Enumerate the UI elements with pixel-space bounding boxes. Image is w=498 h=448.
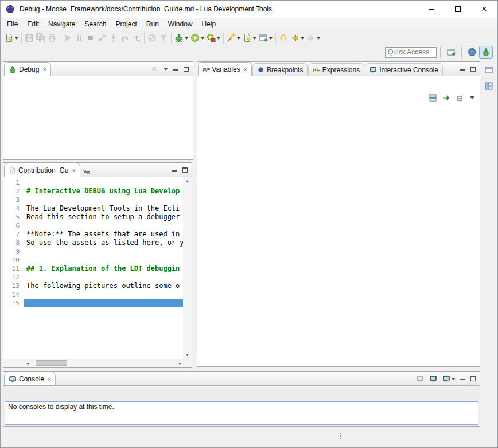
debug-view-menu-icon[interactable] — [164, 68, 168, 73]
sash-grip[interactable] — [340, 433, 341, 439]
variables-view: (x)= Variables × Breakpoints (x)= Expres… — [197, 61, 480, 367]
minimized-view-button[interactable] — [483, 80, 495, 92]
forward-button[interactable] — [305, 31, 321, 45]
new-lua-wizard-button[interactable] — [242, 31, 258, 45]
last-edit-location-button[interactable] — [278, 31, 289, 45]
scroll-left-icon[interactable]: ◂ — [26, 361, 29, 366]
open-perspective-button[interactable] — [444, 46, 458, 59]
debug-view-content[interactable] — [3, 76, 193, 159]
pin-console-icon[interactable] — [416, 375, 424, 383]
tab-contribution-guide-close-icon[interactable]: × — [72, 167, 75, 174]
debug-perspective-button[interactable] — [479, 46, 493, 59]
tab-expressions[interactable]: (x)= Expressions — [308, 63, 364, 76]
app-icon — [6, 5, 15, 14]
tab-variables-close-icon[interactable]: × — [244, 66, 247, 73]
window-controls: × — [418, 1, 497, 18]
print-button[interactable] — [46, 31, 58, 45]
tab-console-close-icon[interactable]: × — [48, 376, 51, 383]
tab-expressions-label: Expressions — [322, 66, 360, 74]
step-over-button[interactable] — [119, 31, 131, 45]
run-icon — [190, 33, 200, 42]
terminate-button[interactable] — [85, 31, 96, 45]
variables-view-content[interactable] — [197, 76, 480, 366]
editor-minimize-icon[interactable] — [172, 168, 177, 172]
step-return-button[interactable] — [131, 31, 142, 45]
tab-console[interactable]: Console × — [4, 372, 56, 385]
skip-all-breakpoints-button[interactable] — [146, 31, 158, 45]
step-into-button[interactable] — [108, 31, 119, 45]
run-button[interactable] — [189, 31, 205, 45]
back-button[interactable] — [289, 31, 305, 45]
variables-view-menu-icon[interactable] — [470, 96, 474, 102]
restore-minimized-view-button[interactable] — [483, 64, 495, 76]
hidden-editors-indicator[interactable]: »5 — [80, 167, 93, 177]
save-button[interactable] — [24, 31, 35, 45]
line-number: 14 — [3, 290, 24, 299]
scroll-up-icon[interactable]: ▴ — [186, 178, 188, 184]
collapse-all-icon[interactable] — [456, 94, 465, 102]
editor-maximize-icon[interactable] — [182, 167, 188, 173]
line-number: 12 — [3, 273, 24, 282]
menu-file[interactable]: File — [2, 19, 22, 29]
use-step-filters-button[interactable] — [158, 31, 169, 45]
menu-edit[interactable]: Edit — [22, 19, 44, 29]
debug-view-maximize-icon[interactable] — [184, 67, 189, 72]
lua-attach-button[interactable] — [225, 31, 242, 45]
open-console-button[interactable] — [442, 375, 455, 383]
tab-debug-close-icon[interactable]: × — [42, 66, 46, 73]
remove-all-terminated-icon[interactable] — [150, 65, 158, 73]
open-wizard-button[interactable] — [258, 31, 274, 45]
close-window-button[interactable]: × — [471, 1, 497, 18]
disconnect-button[interactable] — [96, 31, 108, 45]
console-minimize-icon[interactable] — [460, 377, 465, 380]
minimize-window-button[interactable] — [418, 1, 445, 18]
display-selected-console-icon[interactable] — [429, 375, 437, 383]
variables-icon: (x)= — [203, 67, 209, 72]
maximize-window-button[interactable] — [445, 1, 471, 18]
lua-perspective-button[interactable] — [465, 46, 479, 59]
editor-text-area[interactable]: 1 2# Interactive DEBUG using Lua Develop… — [3, 177, 192, 359]
save-all-button[interactable] — [35, 31, 46, 45]
scroll-down-icon[interactable]: ▾ — [186, 352, 188, 357]
tab-variables[interactable]: (x)= Variables × — [198, 62, 252, 76]
editor-horizontal-scrollbar[interactable]: ◂ ▸ — [3, 359, 192, 367]
editor-line: 3 — [3, 196, 183, 204]
menu-search[interactable]: Search — [80, 19, 111, 29]
line-number: 7 — [3, 230, 24, 239]
variables-minimize-icon[interactable] — [460, 67, 465, 71]
open-console-dropdown-icon — [452, 378, 455, 382]
console-maximize-icon[interactable] — [470, 376, 476, 381]
editor-line: 9 — [3, 247, 183, 256]
menu-help[interactable]: Help — [197, 19, 221, 29]
scroll-right-icon[interactable]: ▸ — [179, 361, 181, 366]
line-number: 10 — [3, 256, 24, 264]
line-text — [24, 290, 183, 299]
menu-window[interactable]: Window — [164, 19, 197, 29]
tab-debug[interactable]: Debug × — [4, 62, 51, 76]
tab-breakpoints-label: Breakpoints — [267, 66, 303, 74]
debug-button[interactable] — [173, 31, 189, 45]
console-output-area[interactable]: No consoles to display at this time. — [5, 401, 478, 425]
editor-line: 7**Note:** The assets that are used in — [3, 230, 183, 239]
menu-navigate[interactable]: Navigate — [44, 19, 80, 29]
tab-interactive-console[interactable]: Interactive Console — [365, 63, 443, 76]
quick-access-input[interactable] — [385, 47, 437, 58]
disconnect-icon — [98, 33, 107, 42]
menu-project[interactable]: Project — [111, 19, 141, 29]
tab-breakpoints[interactable]: Breakpoints — [252, 63, 308, 76]
new-button[interactable] — [3, 31, 20, 45]
line-number: 1 — [3, 178, 24, 187]
show-logical-structures-icon[interactable] — [442, 94, 451, 102]
variables-maximize-icon[interactable] — [470, 67, 476, 72]
menu-run[interactable]: Run — [142, 19, 164, 29]
horizontal-scroll-thumb[interactable] — [36, 360, 67, 366]
editor-line: 14 — [3, 290, 183, 299]
external-tools-button[interactable] — [205, 31, 221, 45]
debug-view-minimize-icon[interactable] — [173, 67, 178, 71]
resume-button[interactable] — [62, 31, 73, 45]
terminate-icon — [86, 33, 95, 42]
suspend-button[interactable] — [73, 31, 85, 45]
tab-contribution-guide[interactable]: Contribution_Gu × — [4, 163, 80, 177]
show-type-names-icon[interactable] — [429, 94, 437, 102]
editor-vertical-scrollbar[interactable]: ▴ ▾ — [183, 177, 192, 359]
